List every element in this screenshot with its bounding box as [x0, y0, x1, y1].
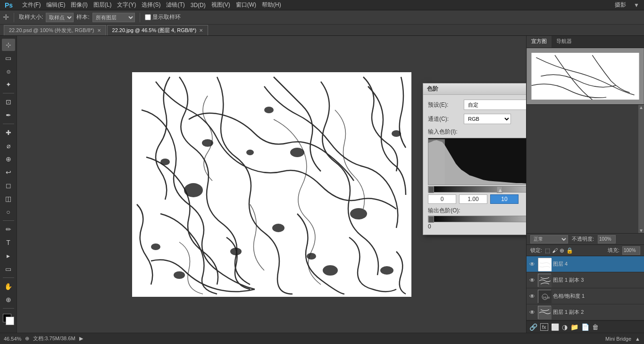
- link-layers-icon[interactable]: 🔗: [529, 323, 537, 331]
- channel-select[interactable]: RGB: [464, 114, 511, 124]
- menu-help[interactable]: 帮助(H): [259, 0, 284, 10]
- fx-icon[interactable]: fx: [540, 323, 548, 331]
- menu-file[interactable]: 文件(F): [19, 0, 43, 10]
- layer-1-thumbnail: [538, 258, 551, 271]
- menu-edit[interactable]: 编辑(E): [43, 0, 68, 10]
- dodge-tool[interactable]: ○: [2, 206, 15, 218]
- path-tool[interactable]: ▸: [2, 250, 15, 262]
- histogram-area: [428, 138, 526, 185]
- preset-row: 预设(E): 自定 ≡: [428, 100, 526, 110]
- menu-layer[interactable]: 图层(L): [91, 0, 115, 10]
- zoom-level: 46.54%: [4, 336, 21, 342]
- workspace-dropdown-icon[interactable]: ▼: [631, 1, 642, 9]
- right-scrollbar[interactable]: ▲ ▼: [638, 105, 644, 233]
- add-mask-icon[interactable]: ⬜: [551, 323, 559, 331]
- mini-bridge-label[interactable]: Mini Bridge: [605, 336, 631, 342]
- right-panel-content: ▲ ▼: [527, 105, 644, 233]
- history-tool[interactable]: ↩: [2, 166, 15, 178]
- layer-3-visibility[interactable]: 👁: [528, 293, 536, 300]
- lock-all-icon[interactable]: 🔒: [566, 247, 573, 254]
- menu-filter[interactable]: 滤镜(T): [163, 0, 187, 10]
- zoom-tool[interactable]: ⊕: [2, 294, 15, 306]
- eyedropper-tool-left[interactable]: ✒: [2, 109, 15, 121]
- dialog-title-bar[interactable]: 色阶 ✕: [423, 84, 526, 95]
- magic-wand-tool[interactable]: ✦: [2, 78, 15, 91]
- input-white-value[interactable]: [490, 194, 519, 204]
- sample-select[interactable]: 所有图层: [92, 13, 135, 22]
- eraser-tool[interactable]: ◻: [2, 179, 15, 192]
- new-layer-icon[interactable]: 📄: [581, 323, 589, 331]
- menu-view[interactable]: 视图(V): [209, 0, 233, 10]
- input-black-value[interactable]: [428, 194, 456, 204]
- background-color[interactable]: [6, 317, 14, 325]
- doc-info-arrow[interactable]: ▶: [79, 336, 83, 342]
- hand-tool[interactable]: ✋: [2, 280, 15, 293]
- gradient-tool[interactable]: ◫: [2, 193, 15, 205]
- marquee-tool[interactable]: ▭: [2, 52, 15, 64]
- input-mid-value[interactable]: [459, 194, 487, 204]
- mini-bridge-expand[interactable]: ▲: [635, 336, 640, 342]
- doc-info: 文档:3.75M/38.6M: [33, 335, 75, 342]
- scroll-down-arrow[interactable]: ▼: [639, 228, 644, 233]
- group-icon[interactable]: 📁: [570, 323, 578, 331]
- layer-row-2[interactable]: 👁 图层 1 副本 3: [527, 272, 644, 288]
- menu-image[interactable]: 图像(I): [68, 0, 90, 10]
- layers-panel: 正常 不透明度: 锁定: ⬚ 🖌 ⊕ 🔒 填充: 👁: [527, 233, 644, 333]
- lock-brush-icon[interactable]: 🖌: [552, 247, 558, 254]
- move-tool[interactable]: ⊹: [2, 39, 15, 51]
- output-black-point[interactable]: [428, 216, 434, 223]
- pen-tool[interactable]: ✏: [2, 223, 15, 235]
- lock-transparent-icon[interactable]: ⬚: [545, 247, 550, 254]
- lasso-tool[interactable]: ⌾: [2, 65, 15, 77]
- blend-mode-select[interactable]: 正常: [530, 235, 568, 243]
- tab-psd-label: 22.20.psd @ 100% (外发光, RGB/8*): [9, 27, 94, 34]
- tab-psd[interactable]: 22.20.psd @ 100% (外发光, RGB/8*) ✕: [4, 25, 106, 35]
- layer-row-3[interactable]: 👁 Hue 色相/饱和度 1: [527, 288, 644, 304]
- scroll-up-arrow[interactable]: ▲: [639, 105, 644, 110]
- show-ring-checkbox[interactable]: [145, 14, 151, 20]
- menu-3d[interactable]: 3D(D): [188, 1, 209, 9]
- tab-psd-close[interactable]: ✕: [97, 28, 101, 33]
- fill-input[interactable]: [622, 246, 640, 255]
- workspace-label[interactable]: 摄影: [612, 0, 629, 10]
- preset-label: 预设(E):: [428, 101, 461, 109]
- menu-select[interactable]: 选择(S): [139, 0, 163, 10]
- layer-4-visibility[interactable]: 👁: [528, 309, 536, 316]
- tool-separator3: [3, 220, 14, 221]
- menu-text[interactable]: 文字(Y): [114, 0, 139, 10]
- svg-text:Hue: Hue: [543, 295, 550, 300]
- sample-size-select[interactable]: 取样点: [46, 13, 74, 22]
- layer-row-1[interactable]: 👁 图层 4: [527, 256, 644, 272]
- dialog-left: 预设(E): 自定 ≡ 通道(C): RGB: [428, 100, 526, 230]
- tab-jpg[interactable]: 22.20.jpg @ 46.5% (图层 4, RGB/8*) ✕: [107, 25, 209, 35]
- tab-navigator[interactable]: 导航器: [552, 36, 577, 48]
- tab-jpg-close[interactable]: ✕: [199, 28, 203, 33]
- stamp-tool[interactable]: ⊕: [2, 153, 15, 165]
- input-mid-point[interactable]: ▲: [497, 186, 502, 193]
- layer-1-visibility[interactable]: 👁: [528, 260, 536, 268]
- layer-2-name: 图层 1 副本 3: [553, 277, 642, 284]
- input-gradient-slider[interactable]: ▲: [428, 186, 526, 193]
- eyedropper-tool[interactable]: ✛: [3, 13, 9, 22]
- crop-tool[interactable]: ⊡: [2, 96, 15, 108]
- delete-layer-icon[interactable]: 🗑: [592, 323, 599, 331]
- layer-2-visibility[interactable]: 👁: [528, 277, 536, 284]
- color-swatch[interactable]: [2, 313, 15, 326]
- output-gradient-slider[interactable]: [428, 216, 526, 222]
- show-ring-label[interactable]: 显示取样环: [145, 13, 181, 21]
- adjustment-icon[interactable]: ◑: [562, 323, 568, 331]
- svg-rect-21: [538, 258, 552, 271]
- preset-select[interactable]: 自定: [464, 100, 526, 110]
- tool-separator2: [3, 124, 14, 124]
- lock-move-icon[interactable]: ⊕: [560, 247, 564, 254]
- brush-tool[interactable]: ⌀: [2, 140, 15, 152]
- zoom-icon[interactable]: ⊕: [25, 336, 29, 342]
- menu-window[interactable]: 窗口(W): [233, 0, 259, 10]
- opacity-input[interactable]: [598, 235, 616, 243]
- tab-histogram[interactable]: 宜方图: [527, 36, 552, 48]
- layer-row-4[interactable]: 👁 图层 1 副本 2: [527, 304, 644, 320]
- input-black-point[interactable]: [428, 186, 434, 193]
- shape-tool[interactable]: ▭: [2, 263, 15, 275]
- heal-tool[interactable]: ✚: [2, 126, 15, 139]
- text-tool[interactable]: T: [2, 236, 15, 249]
